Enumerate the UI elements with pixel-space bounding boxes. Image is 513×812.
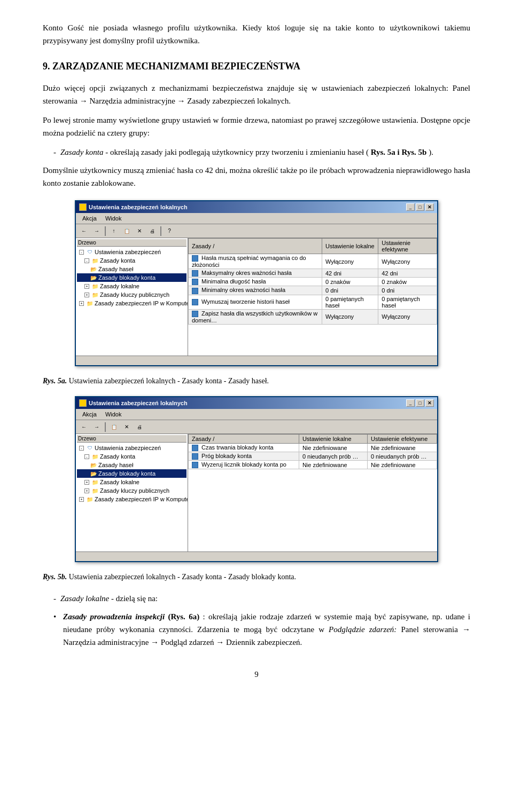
policy-effective: 0 znaków: [378, 278, 437, 286]
dialog-2-toolbar: ← → 📋 ✕ 🖨: [76, 420, 437, 434]
tree2-item-ip[interactable]: + 📁 Zasady zabezpieczeń IP w Komputer lo…: [77, 495, 186, 503]
menu-widok-2[interactable]: Widok: [101, 410, 126, 419]
tree2-item-klucze[interactable]: + 📁 Zasady kluczy publicznych: [77, 486, 186, 495]
caption-1-text: Ustawienia zabezpieczeń lokalnych - Zasa…: [69, 377, 269, 385]
forward-button[interactable]: →: [91, 226, 103, 236]
zasady-konta-refs: Rys. 5a i Rys. 5b: [371, 148, 427, 156]
expand-ip[interactable]: +: [79, 301, 84, 306]
back-button[interactable]: ←: [78, 226, 90, 236]
tree-item-ip[interactable]: + 📁 Zasady zabezpieczeń IP w Komputer lo…: [77, 299, 186, 308]
menu-akcja-2[interactable]: Akcja: [78, 410, 101, 419]
up-button[interactable]: ↑: [108, 226, 120, 236]
expand-klucze[interactable]: +: [84, 293, 89, 297]
intro-paragraph-1: Konto Gość nie posiada własnego profilu …: [43, 21, 470, 47]
policy-effective: 42 dni: [378, 269, 437, 278]
zasady-konta-label: Zasady konta: [60, 148, 103, 156]
caption-1-label: Rys. 5a.: [43, 377, 67, 385]
tree2-item-lokalne[interactable]: + 📁 Zasady lokalne: [77, 478, 186, 486]
properties-button[interactable]: 🖨: [146, 226, 158, 236]
policy-icon: [192, 279, 198, 285]
table-row: Hasła muszą spełniać wymagania co do zło…: [189, 254, 437, 269]
menu-widok[interactable]: Widok: [101, 214, 126, 223]
tree2-label-blokady: Zasady blokady konta: [98, 470, 156, 477]
policy-effective: Nie zdefiniowane: [367, 444, 437, 452]
back-button-2[interactable]: ←: [78, 422, 90, 432]
expand2-klucze[interactable]: +: [84, 488, 89, 493]
folder-icon-lokalne: 📁: [91, 282, 99, 290]
policy-name: Zapisz hasła dla wszystkich użytkowników…: [189, 309, 322, 324]
help-button[interactable]: ?: [164, 226, 175, 236]
expand2-ustawienia[interactable]: -: [79, 446, 84, 451]
dialog-2-body: Drzewo - 🛡 Ustawienia zabezpieczeń - 📁 Z…: [76, 434, 437, 551]
zasady-lokalne-text: - dzielą się na:: [111, 594, 158, 603]
dialog-2-icon: [79, 399, 87, 407]
bullet-1-label: Zasady prowadzenia inspekcji: [63, 612, 165, 621]
section-heading: 9. ZARZĄDZANIE MECHANIZMAMI BEZPIECZEŃST…: [43, 60, 470, 73]
dialog-1-controls: _ □ ✕: [406, 203, 434, 211]
minimize-button[interactable]: _: [406, 203, 415, 211]
tree-label-ustawienia: Ustawienia zabezpieczeń: [95, 249, 161, 255]
policy-effective: 0 pamiętanych haseł: [378, 295, 437, 309]
close-button-2[interactable]: ✕: [425, 399, 434, 407]
tree2-label-lokalne: Zasady lokalne: [100, 479, 139, 485]
minimize-button-2[interactable]: _: [406, 399, 415, 407]
tree-header: Drzewo: [77, 239, 186, 247]
expand-zasady-konta[interactable]: -: [84, 258, 89, 263]
policy-icon: [192, 288, 198, 294]
table-row: Próg blokady konta 0 nieudanych prób … 0…: [189, 452, 437, 461]
tree-item-zasady-konta[interactable]: - 📁 Zasady konta: [77, 256, 186, 265]
close-button[interactable]: ✕: [425, 203, 434, 211]
tree2-item-ustawienia[interactable]: - 🛡 Ustawienia zabezpieczeń: [77, 444, 186, 452]
bullet-item-inspekcja: Zasady prowadzenia inspekcji (Rys. 6a) :…: [53, 610, 470, 649]
tree-item-zasady-hasel[interactable]: 📂 Zasady haseł: [77, 265, 186, 273]
tree-item-ustawienia[interactable]: - 🛡 Ustawienia zabezpieczeń: [77, 248, 186, 256]
expand2-ip[interactable]: +: [79, 497, 84, 502]
delete-button[interactable]: ✕: [134, 226, 145, 236]
dialog-2-left-pane: Drzewo - 🛡 Ustawienia zabezpieczeń - 📁 Z…: [76, 434, 188, 551]
tree-item-zasady-blokady[interactable]: 📂 Zasady blokady konta: [77, 273, 186, 282]
forward-button-2[interactable]: →: [91, 422, 103, 432]
expand-lokalne[interactable]: +: [84, 284, 89, 289]
table-row: Minimalna długość hasła 0 znaków 0 znakó…: [189, 278, 437, 286]
dialog-2-titlebar: Ustawienia zabezpieczeń lokalnych _ □ ✕: [76, 397, 437, 409]
copy-button[interactable]: 📋: [121, 226, 133, 236]
maximize-button[interactable]: □: [416, 203, 424, 211]
policy-local: Wyłączony: [322, 309, 378, 324]
intro-paragraph-3: Po lewej stronie mamy wyświetlone grupy …: [43, 114, 470, 139]
expand2-zasady-konta[interactable]: -: [84, 454, 89, 459]
dialog-2-statusbar: [76, 551, 437, 561]
delete-button-2[interactable]: ✕: [121, 422, 133, 432]
tree2-item-zasady-blokady[interactable]: 📂 Zasady blokady konta: [77, 469, 186, 478]
toolbar-separator: [105, 226, 106, 236]
dialog-2-right-pane: Zasady / Ustawienie lokalne Ustawienie e…: [188, 434, 437, 551]
dash-item-zasady-lokalne: - Zasady lokalne - dzielą się na:: [53, 592, 470, 605]
policy-name: Minimalna długość hasła: [189, 278, 322, 286]
menu-akcja[interactable]: Akcja: [78, 214, 101, 223]
policy-local: Nie zdefiniowane: [299, 461, 367, 469]
policy-name: Maksymalny okres ważności hasła: [189, 269, 322, 278]
expand-ustawienia[interactable]: -: [79, 250, 84, 255]
properties-button-2[interactable]: 🖨: [134, 422, 145, 432]
maximize-button-2[interactable]: □: [416, 399, 424, 407]
tree2-item-zasady-hasel[interactable]: 📂 Zasady haseł: [77, 461, 186, 469]
folder-icon-hasel: 📂: [90, 265, 97, 273]
folder2-icon-hasel: 📂: [90, 461, 97, 469]
tree-label-hasel: Zasady haseł: [98, 266, 133, 272]
dialog-1-title-area: Ustawienia zabezpieczeń lokalnych: [79, 203, 188, 211]
copy-button-2[interactable]: 📋: [108, 422, 120, 432]
tree2-label-klucze: Zasady kluczy publicznych: [100, 487, 169, 494]
dialog-1-icon: [79, 203, 87, 211]
folder-icon-klucze: 📁: [91, 291, 99, 298]
policy-local: 0 znaków: [322, 278, 378, 286]
policy-icon: [192, 270, 198, 277]
expand2-lokalne[interactable]: +: [84, 480, 89, 485]
folder-icon-ip: 📁: [86, 299, 94, 307]
policy-icon: [192, 453, 198, 460]
tree-item-zasady-lokalne[interactable]: + 📁 Zasady lokalne: [77, 282, 186, 290]
tree2-item-zasady-konta[interactable]: - 📁 Zasady konta: [77, 452, 186, 461]
folder2-icon-blokady: 📂: [90, 470, 97, 477]
dialog-2-title-area: Ustawienia zabezpieczeń lokalnych: [79, 399, 188, 407]
dialog-2: Ustawienia zabezpieczeń lokalnych _ □ ✕ …: [75, 396, 438, 562]
tree-item-klucze[interactable]: + 📁 Zasady kluczy publicznych: [77, 290, 186, 299]
zasady-konta-end: ).: [429, 148, 433, 156]
